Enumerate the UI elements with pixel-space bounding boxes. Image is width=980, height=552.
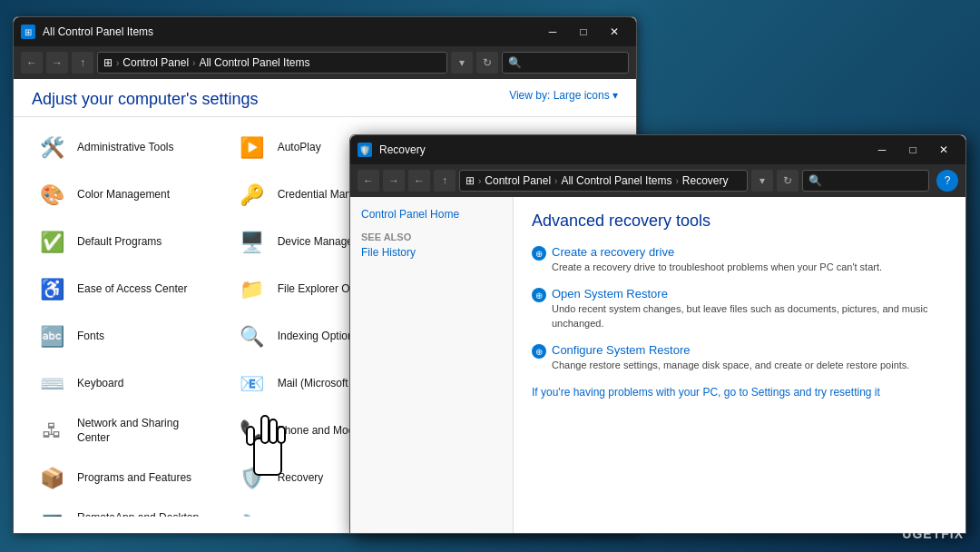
recovery-address-path[interactable]: ⊞ › Control Panel › All Control Panel It… (459, 170, 748, 192)
cp-item-network-sharing[interactable]: 🖧 Network and Sharing Center (28, 409, 221, 453)
recovery-main-title: Advanced recovery tools (532, 212, 947, 231)
fonts-icon: 🔤 (35, 320, 68, 353)
recovery-sidebar: Control Panel Home See also File History (350, 197, 514, 533)
indexing-options-label: Indexing Options (278, 330, 359, 344)
recovery-dropdown-button[interactable]: ▾ (751, 170, 773, 192)
configure-restore-icon (532, 344, 546, 359)
up-button[interactable]: ↑ (72, 52, 93, 74)
create-recovery-drive-section: Create a recovery drive Create a recover… (532, 245, 947, 274)
configure-restore-text: Configure System Restore Change restore … (552, 343, 909, 372)
recovery-path-control-panel[interactable]: Control Panel (485, 174, 551, 187)
cp-item-administrative-tools[interactable]: 🛠️ Administrative Tools (28, 126, 221, 170)
recovery-window: 🛡️ Recovery ─ □ ✕ ← → ← ↑ ⊞ › Control Pa… (349, 134, 966, 534)
cp-item-programs-features[interactable]: 📦 Programs and Features (28, 457, 221, 500)
recovery-close-button[interactable]: ✕ (929, 141, 958, 159)
programs-features-icon: 📦 (35, 462, 68, 495)
create-recovery-drive-icon (532, 246, 546, 261)
cp-item-ease-of-access[interactable]: ♿ Ease of Access Center (28, 268, 221, 311)
ease-of-access-label: Ease of Access Center (77, 282, 187, 297)
recovery-address-bar: ← → ← ↑ ⊞ › Control Panel › All Control … (350, 164, 965, 197)
recovery-path-all-items[interactable]: All Control Panel Items (561, 174, 671, 187)
create-recovery-drive-link[interactable]: Create a recovery drive (552, 245, 882, 259)
ease-of-access-icon: ♿ (35, 273, 68, 306)
open-system-restore-link[interactable]: Open System Restore (552, 287, 947, 301)
recovery-icon: 🛡️ (236, 462, 269, 495)
recovery-content: Control Panel Home See also File History… (350, 197, 965, 533)
recovery-title-bar-buttons: ─ □ ✕ (867, 141, 958, 159)
see-also-label: See also (361, 232, 502, 242)
cp-item-fonts[interactable]: 🔤 Fonts (28, 315, 221, 359)
recovery-main-content: Advanced recovery tools Create a recover… (514, 197, 965, 533)
recovery-refresh-button[interactable]: ↻ (777, 170, 799, 192)
cp-item-default-programs[interactable]: ✅ Default Programs (28, 221, 221, 264)
open-system-restore-text: Open System Restore Undo recent system c… (552, 287, 947, 330)
main-maximize-button[interactable]: □ (569, 23, 598, 41)
main-title-bar: ⊞ All Control Panel Items ─ □ ✕ (14, 17, 636, 46)
recovery-minimize-button[interactable]: ─ (867, 141, 897, 159)
recovery-window-icon: 🛡️ (358, 143, 372, 157)
path-icon: ⊞ (103, 56, 113, 69)
mail-icon: 📧 (236, 368, 269, 400)
network-sharing-label: Network and Sharing Center (77, 417, 214, 445)
search-box[interactable]: 🔍 (502, 52, 629, 74)
open-system-restore-section: Open System Restore Undo recent system c… (532, 287, 947, 330)
recovery-up-button[interactable]: ↑ (434, 170, 456, 192)
help-button[interactable]: ? (936, 170, 958, 192)
forward-button[interactable]: → (46, 52, 68, 74)
autoplay-icon: ▶️ (236, 132, 269, 164)
recovery-back-button[interactable]: ← (358, 170, 379, 192)
main-window-icon: ⊞ (21, 25, 35, 39)
address-path[interactable]: ⊞ › Control Panel › All Control Panel It… (97, 52, 447, 74)
main-title-bar-buttons: ─ □ ✕ (538, 23, 629, 41)
device-manager-label: Device Manager (278, 235, 357, 250)
default-programs-icon: ✅ (35, 226, 68, 259)
recovery-prev-button[interactable]: ← (408, 170, 430, 192)
main-window-title: All Control Panel Items (43, 25, 538, 38)
back-button[interactable]: ← (21, 52, 43, 74)
create-recovery-drive-text: Create a recovery drive Create a recover… (552, 245, 882, 274)
device-manager-icon: 🖥️ (236, 226, 269, 259)
main-minimize-button[interactable]: ─ (538, 23, 567, 41)
main-close-button[interactable]: ✕ (600, 23, 629, 41)
view-by-control[interactable]: View by: Large icons ▾ (509, 89, 618, 102)
view-by-option[interactable]: Large icons ▾ (554, 89, 618, 102)
recovery-title-bar: 🛡️ Recovery ─ □ ✕ (350, 135, 965, 164)
path-control-panel[interactable]: Control Panel (122, 56, 189, 69)
cp-item-keyboard[interactable]: ⌨️ Keyboard (28, 362, 221, 406)
control-panel-home-link[interactable]: Control Panel Home (361, 208, 502, 221)
recovery-path-recovery[interactable]: Recovery (682, 174, 729, 187)
configure-restore-section: Configure System Restore Change restore … (532, 343, 947, 372)
recovery-window-title: Recovery (379, 143, 867, 156)
keyboard-icon: ⌨️ (35, 368, 68, 400)
indexing-options-icon: 🔍 (236, 320, 269, 353)
configure-restore-link[interactable]: Configure System Restore (552, 343, 909, 357)
view-by-label: View by: (509, 89, 550, 102)
search-icon: 🔍 (508, 56, 522, 69)
credential-manager-icon: 🔑 (236, 179, 269, 212)
cp-item-color-management[interactable]: 🎨 Color Management (28, 173, 221, 217)
cp-item-remote-app[interactable]: 🖥️ RemoteApp and Desktop Connections (28, 504, 221, 517)
dropdown-button[interactable]: ▾ (451, 52, 473, 74)
recovery-maximize-button[interactable]: □ (898, 141, 927, 159)
keyboard-label: Keyboard (77, 377, 123, 391)
recovery-search-box[interactable]: 🔍 (802, 170, 929, 192)
path-all-items[interactable]: All Control Panel Items (199, 56, 309, 69)
reset-note[interactable]: If you're having problems with your PC, … (532, 386, 947, 399)
configure-restore-desc: Change restore settings, manage disk spa… (552, 359, 909, 372)
autoplay-label: AutoPlay (278, 141, 321, 155)
watermark: UGETFIX (902, 527, 964, 541)
recovery-forward-button[interactable]: → (383, 170, 405, 192)
main-address-bar: ← → ↑ ⊞ › Control Panel › All Control Pa… (14, 46, 636, 79)
administrative-tools-label: Administrative Tools (77, 141, 174, 155)
programs-features-label: Programs and Features (77, 471, 191, 486)
network-sharing-icon: 🖧 (35, 415, 68, 448)
remote-app-label: RemoteApp and Desktop Connections (77, 511, 214, 517)
fonts-label: Fonts (77, 330, 104, 344)
open-system-restore-desc: Undo recent system changes, but leave fi… (552, 302, 947, 330)
refresh-button[interactable]: ↻ (476, 52, 498, 74)
color-management-icon: 🎨 (35, 179, 68, 212)
recovery-search-icon: 🔍 (808, 174, 822, 187)
file-history-link[interactable]: File History (361, 246, 502, 259)
content-header: Adjust your computer's settings View by:… (14, 79, 636, 117)
phone-modem-icon: 📞 (236, 415, 269, 448)
